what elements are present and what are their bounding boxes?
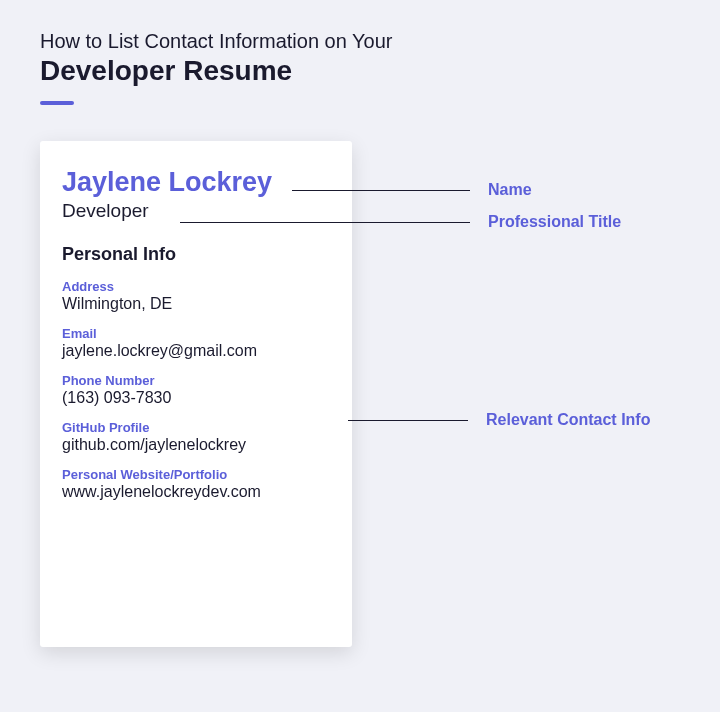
info-website: Personal Website/Portfolio www.jaylenelo… <box>62 467 330 501</box>
info-github: GitHub Profile github.com/jaylenelockrey <box>62 420 330 454</box>
info-value: Wilmington, DE <box>62 295 330 313</box>
header-title: Developer Resume <box>40 55 680 87</box>
info-email: Email jaylene.lockrey@gmail.com <box>62 326 330 360</box>
info-value: www.jaylenelockreydev.com <box>62 483 330 501</box>
info-value: jaylene.lockrey@gmail.com <box>62 342 330 360</box>
info-label: Address <box>62 279 330 294</box>
info-label: Personal Website/Portfolio <box>62 467 330 482</box>
info-value: (163) 093-7830 <box>62 389 330 407</box>
info-label: Phone Number <box>62 373 330 388</box>
callout-label: Professional Title <box>488 213 621 231</box>
header: How to List Contact Information on Your … <box>0 0 720 105</box>
callout-line <box>180 222 470 223</box>
callout-line <box>292 190 470 191</box>
section-heading: Personal Info <box>62 244 330 265</box>
info-label: GitHub Profile <box>62 420 330 435</box>
callout-contact: Relevant Contact Info <box>348 411 650 429</box>
callout-label: Name <box>488 181 532 199</box>
resume-name: Jaylene Lockrey <box>62 167 330 198</box>
callout-name: Name <box>292 181 532 199</box>
callout-line <box>348 420 468 421</box>
info-label: Email <box>62 326 330 341</box>
callout-title: Professional Title <box>180 213 621 231</box>
header-subtitle: How to List Contact Information on Your <box>40 30 680 53</box>
content-area: Jaylene Lockrey Developer Personal Info … <box>0 105 720 647</box>
callout-label: Relevant Contact Info <box>486 411 650 429</box>
info-phone: Phone Number (163) 093-7830 <box>62 373 330 407</box>
info-value: github.com/jaylenelockrey <box>62 436 330 454</box>
info-address: Address Wilmington, DE <box>62 279 330 313</box>
